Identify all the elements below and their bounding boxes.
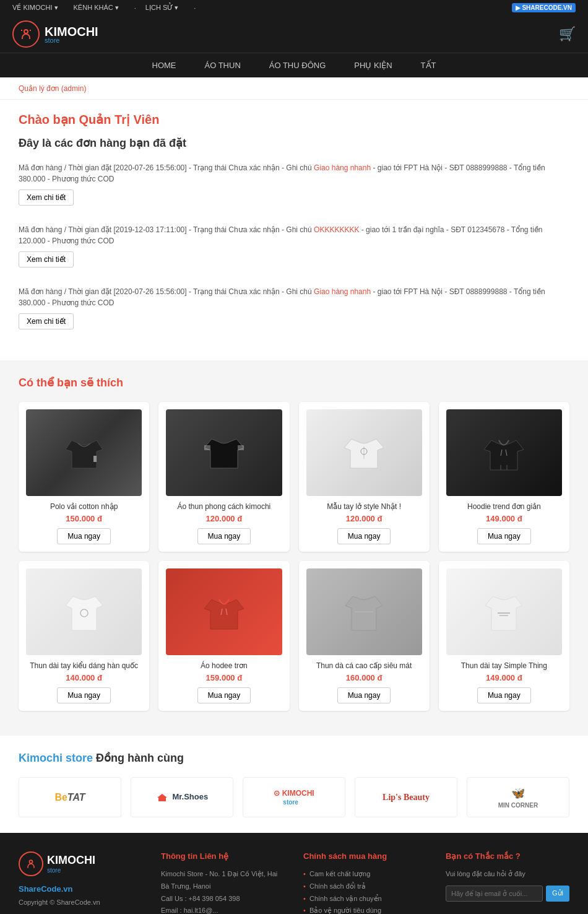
nav-phu-kien[interactable]: PHỤ KIỆN — [349, 53, 397, 77]
product-img-5 — [26, 568, 142, 655]
buy-btn-3[interactable]: Mua ngay — [337, 528, 391, 544]
partners-title: Kimochi store Đồng hành cùng — [19, 751, 569, 765]
product-img-1 — [26, 409, 142, 496]
footer-brand-name: KIMOCHI — [47, 854, 95, 867]
footer-send-btn[interactable]: Gửi — [546, 886, 569, 902]
product-card-3: Mẫu tay lở style Nhật ! 120.000 đ Mua ng… — [299, 402, 430, 552]
footer-email-form: Gửi — [446, 886, 569, 902]
logo-icon — [12, 20, 40, 48]
product-name-4: Hoodie trend đơn giản — [446, 502, 562, 511]
product-name-2: Áo thun phong cách kimochi — [166, 502, 282, 511]
product-card-6: Áo hodee trơn 159.000 đ Mua ngay — [158, 561, 289, 711]
footer-logo: KIMOCHI store — [19, 851, 142, 876]
footer-address: Kimochi Store - No. 1 Đại Cồ Việt, Hai B… — [161, 868, 285, 893]
buy-btn-5[interactable]: Mua ngay — [57, 687, 111, 703]
order-highlight-2: OKKKKKKKK — [314, 225, 359, 234]
product-card-8: Thun dài tay Simple Thing 149.000 đ Mua … — [439, 561, 569, 711]
footer-top: KIMOCHI store ShareCode.vn Copyright © S… — [19, 851, 569, 914]
topbar-lich-su[interactable]: LỊCH SỬ ▾ — [145, 4, 178, 12]
product-price-6: 159.000 đ — [166, 673, 282, 682]
recommendations-section: Có thể bạn sẽ thích Polo vải cotton nhập… — [0, 360, 588, 736]
top-bar-right: ▶ SHARECODE.VN — [512, 3, 576, 12]
footer-phone: Call Us : +84 398 054 398 — [161, 893, 285, 905]
product-price-5: 140.000 đ — [26, 673, 142, 682]
footer-contact-title: Thông tin Liên hệ — [161, 851, 285, 861]
topbar-dot2: · — [194, 4, 196, 12]
product-img-8 — [446, 568, 562, 655]
product-card-5: Thun dài tay kiểu dáng hàn quốc 140.000 … — [19, 561, 149, 711]
nav-bar: HOME ÁO THUN ÁO THU ĐÔNG PHỤ KIỆN TẤT — [0, 53, 588, 77]
svg-rect-1 — [93, 456, 97, 462]
partners-section: Kimochi store Đồng hành cùng BeTAT Mr.Sh… — [0, 736, 588, 833]
product-img-3 — [306, 409, 422, 496]
buy-btn-2[interactable]: Mua ngay — [197, 528, 251, 544]
footer: KIMOCHI store ShareCode.vn Copyright © S… — [0, 833, 588, 914]
main-header: KIMOCHI store 🛒 — [0, 15, 588, 53]
cart-icon[interactable]: 🛒 — [559, 26, 576, 42]
order-text-2: Mã đơn hàng / Thời gian đặt [2019-12-03 … — [19, 224, 569, 246]
svg-point-16 — [30, 860, 33, 863]
orders-title: Đây là các đơn hàng bạn đã đặt — [19, 136, 569, 150]
partner-mrshoes: Mr.Shoes — [131, 777, 233, 817]
footer-question-title: Bạn có Thắc mắc ? — [446, 851, 569, 861]
product-price-2: 120.000 đ — [166, 514, 282, 523]
breadcrumb: Quản lý đơn (admin) — [0, 77, 588, 100]
order-highlight-1: Giao hàng nhanh — [314, 163, 371, 172]
nav-ao-thun[interactable]: ÁO THUN — [200, 53, 246, 77]
buy-btn-6[interactable]: Mua ngay — [197, 687, 251, 703]
footer-policy-title: Chính sách mua hàng — [303, 851, 427, 861]
product-img-4 — [446, 409, 562, 496]
buy-btn-7[interactable]: Mua ngay — [337, 687, 391, 703]
topbar-kenh-khac[interactable]: KÊNH KHÁC ▾ — [74, 4, 119, 12]
product-name-1: Polo vải cotton nhập — [26, 502, 142, 511]
product-img-7 — [306, 568, 422, 655]
policy-item-1: Cam kết chất lượng — [303, 868, 427, 881]
order-text-1: Mã đơn hàng / Thời gian đặt [2020-07-26 … — [19, 162, 569, 185]
svg-point-0 — [24, 30, 28, 33]
sharecode-logo: ▶ SHARECODE.VN — [512, 3, 576, 12]
order-detail-btn-2[interactable]: Xem chi tiết — [19, 251, 74, 268]
partner-min-corner: 🦋 MIN CORNER — [467, 777, 569, 817]
product-name-7: Thun dà cá cao cấp siêu mát — [306, 661, 422, 670]
order-detail-btn-1[interactable]: Xem chi tiết — [19, 189, 74, 206]
nav-home[interactable]: HOME — [147, 53, 181, 77]
footer-email-input[interactable] — [446, 886, 543, 902]
partner-betat: BeTAT — [19, 777, 121, 817]
order-highlight-3: Giao hàng nhanh — [314, 287, 371, 296]
nav-ao-thu-dong[interactable]: ÁO THU ĐÔNG — [264, 53, 331, 77]
partner-lips-beauty: Lip's Beauty — [355, 777, 457, 817]
product-img-2 — [166, 409, 282, 496]
product-name-6: Áo hodee trơn — [166, 661, 282, 670]
footer-question-sub: Vui lòng đặt câu hỏi ở đây — [446, 868, 569, 881]
buy-btn-1[interactable]: Mua ngay — [57, 528, 111, 544]
buy-btn-4[interactable]: Mua ngay — [477, 528, 531, 544]
topbar-ve-kimochi[interactable]: VỀ KIMOCHI ▾ — [12, 4, 58, 12]
product-card-7: Thun dà cá cao cấp siêu mát 160.000 đ Mu… — [299, 561, 430, 711]
product-name-3: Mẫu tay lở style Nhật ! — [306, 502, 422, 511]
product-price-7: 160.000 đ — [306, 673, 422, 682]
partners-grid: BeTAT Mr.Shoes ⊙ KIMOCHIstore Lip's Beau… — [19, 777, 569, 817]
product-name-8: Thun dài tay Simple Thing — [446, 661, 562, 670]
main-content: Chào bạn Quản Trị Viên Đây là các đơn hà… — [0, 100, 588, 360]
topbar-dot: · — [134, 4, 136, 12]
svg-rect-3 — [238, 445, 244, 450]
brand-name: KIMOCHI store — [45, 25, 98, 44]
greeting-text: Chào bạn Quản Trị Viên — [19, 112, 569, 127]
top-bar-left: VỀ KIMOCHI ▾ KÊNH KHÁC ▾ · LỊCH SỬ ▾ · — [12, 4, 196, 12]
footer-policy-list: Cam kết chất lượng Chính sách đổi trả Ch… — [303, 868, 427, 914]
top-bar: VỀ KIMOCHI ▾ KÊNH KHÁC ▾ · LỊCH SỬ ▾ · ▶… — [0, 0, 588, 15]
footer-question: Bạn có Thắc mắc ? Vui lòng đặt câu hỏi ở… — [446, 851, 569, 914]
products-grid-1: Polo vải cotton nhập 150.000 đ Mua ngay … — [19, 402, 569, 552]
footer-copyright: Copyright © ShareCode.vn — [19, 899, 142, 906]
product-price-3: 120.000 đ — [306, 514, 422, 523]
nav-tat[interactable]: TẤT — [416, 53, 441, 77]
footer-watermark: ShareCode.vn — [19, 884, 142, 894]
buy-btn-8[interactable]: Mua ngay — [477, 687, 531, 703]
breadcrumb-link[interactable]: Quản lý đơn (admin) — [19, 84, 86, 93]
order-detail-btn-3[interactable]: Xem chi tiết — [19, 313, 74, 329]
product-img-6 — [166, 568, 282, 655]
order-text-3: Mã đơn hàng / Thời gian đặt [2020-07-26 … — [19, 286, 569, 308]
product-price-1: 150.000 đ — [26, 514, 142, 523]
footer-contact: Thông tin Liên hệ Kimochi Store - No. 1 … — [161, 851, 285, 914]
order-item-1: Mã đơn hàng / Thời gian đặt [2020-07-26 … — [19, 162, 569, 212]
